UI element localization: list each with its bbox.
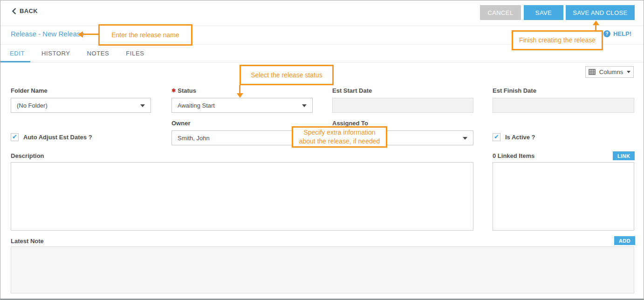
chevron-down-icon xyxy=(627,71,630,73)
edit-panel: Columns Folder Name ✱Status Est Start Da… xyxy=(0,62,644,300)
auto-adjust-label: Auto Adjust Est Dates ? xyxy=(23,134,92,141)
chevron-down-icon xyxy=(140,104,145,107)
linked-items-label: 0 Linked Items xyxy=(493,152,534,159)
annotation-arrow-line xyxy=(83,34,98,35)
status-label: ✱Status xyxy=(171,87,196,94)
arrow-left-icon xyxy=(78,31,83,38)
status-value: Awaiting Start xyxy=(178,102,215,109)
annotation-extra-info: Specify extra information about the rele… xyxy=(292,126,387,148)
est-start-date-label: Est Start Date xyxy=(332,87,372,94)
columns-label: Columns xyxy=(599,68,623,75)
description-label: Description xyxy=(11,152,44,159)
is-active-checkbox-row[interactable]: Is Active ? xyxy=(493,133,535,141)
release-edit-page: BACK CANCEL SAVE SAVE AND CLOSE Release … xyxy=(0,0,644,300)
arrow-down-icon xyxy=(237,93,243,98)
status-select[interactable]: Awaiting Start xyxy=(171,98,313,113)
tab-edit[interactable]: EDIT xyxy=(10,50,25,57)
annotation-release-name: Enter the release name xyxy=(98,24,192,46)
add-note-button[interactable]: ADD xyxy=(614,236,635,245)
top-bar: BACK CANCEL SAVE SAVE AND CLOSE xyxy=(0,0,644,26)
chevron-down-icon xyxy=(463,137,467,140)
cancel-button[interactable]: CANCEL xyxy=(480,5,521,20)
est-start-date-input[interactable] xyxy=(332,98,473,113)
annotation-finish-release: Finish creating the release xyxy=(512,30,603,50)
grid-icon xyxy=(589,69,596,75)
description-textarea[interactable] xyxy=(11,162,473,231)
linked-items-panel xyxy=(493,162,634,231)
tab-history[interactable]: HISTORY xyxy=(41,50,70,57)
back-button[interactable]: BACK xyxy=(12,7,38,14)
owner-label: Owner xyxy=(171,120,190,127)
latest-note-panel xyxy=(11,246,634,293)
help-link[interactable]: ? HELP! xyxy=(603,30,631,37)
est-finish-date-label: Est Finish Date xyxy=(493,87,536,94)
owner-value: Smith, John xyxy=(178,135,210,142)
tab-files[interactable]: FILES xyxy=(126,50,144,57)
annotation-arrow-line xyxy=(239,85,240,93)
folder-name-select[interactable]: (No Folder) xyxy=(11,98,151,113)
help-icon: ? xyxy=(603,30,610,37)
save-button[interactable]: SAVE xyxy=(524,5,563,20)
back-label: BACK xyxy=(20,7,38,14)
page-title: Release - New Release xyxy=(11,30,84,38)
columns-button[interactable]: Columns xyxy=(585,66,634,78)
checkbox-checked-icon[interactable] xyxy=(493,133,500,141)
arrow-up-icon xyxy=(593,20,599,25)
auto-adjust-checkbox-row[interactable]: Auto Adjust Est Dates ? xyxy=(11,133,92,141)
chevron-down-icon xyxy=(302,104,307,107)
help-label: HELP! xyxy=(613,30,631,37)
assigned-to-label: Assigned To xyxy=(332,120,368,127)
folder-name-label: Folder Name xyxy=(11,87,48,94)
tab-notes[interactable]: NOTES xyxy=(87,50,110,57)
annotation-select-status: Select the release status xyxy=(240,65,334,85)
save-and-close-button[interactable]: SAVE AND CLOSE xyxy=(566,5,635,20)
est-finish-date-input[interactable] xyxy=(493,98,634,113)
latest-note-label: Latest Note xyxy=(11,238,44,245)
folder-name-value: (No Folder) xyxy=(17,102,48,109)
is-active-label: Is Active ? xyxy=(505,134,535,141)
checkbox-checked-icon[interactable] xyxy=(11,133,19,141)
back-chevron-icon xyxy=(12,8,16,14)
required-marker: ✱ xyxy=(171,88,176,93)
annotation-arrow-line xyxy=(595,25,596,30)
link-button[interactable]: LINK xyxy=(613,151,635,160)
